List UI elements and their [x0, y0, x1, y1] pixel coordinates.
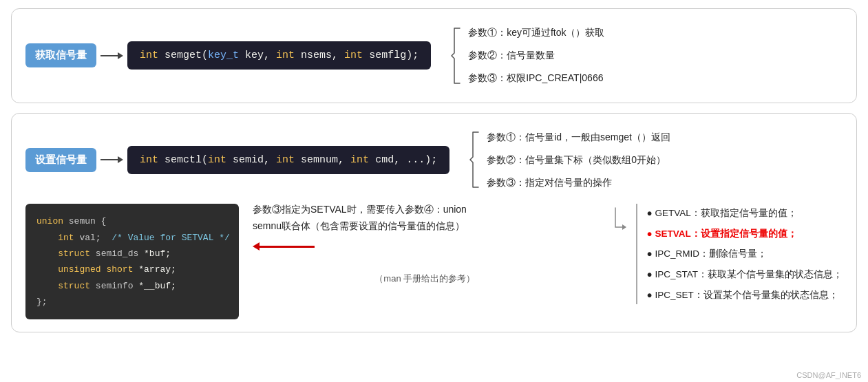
top-param-1: 参数①：key可通过ftok（）获取: [468, 21, 604, 44]
brace-connector-svg: [611, 206, 626, 248]
kw-int-1: int: [140, 50, 158, 61]
right-list-item-5: ● IPC_SET：设置某个信号量集的状态信息；: [647, 286, 843, 305]
bottom-section: 设置信号量 int semctl(int semid, int semnum, …: [11, 113, 857, 333]
arrow-connector-bottom: [100, 156, 123, 163]
bottom-code-block: int semctl(int semid, int semnum, int cm…: [127, 146, 449, 174]
red-arrow-head: [253, 242, 260, 251]
red-arrow-left: [253, 242, 597, 251]
middle-desc-line2: semnu联合体（包含需要设置的信号量值的信息）: [253, 220, 597, 233]
bottom-brace-svg: [469, 126, 481, 195]
right-list: ● GETVAL：获取指定信号量的值； ● SETVAL：设置指定信号量的值； …: [636, 204, 843, 304]
union-code-block: union semun { int val; /* Value for SETV…: [25, 204, 239, 319]
top-code-block: int semget(key_t key, int nsems, int sem…: [127, 41, 431, 70]
right-list-container: ● GETVAL：获取指定信号量的值； ● SETVAL：设置指定信号量的值； …: [611, 204, 843, 304]
right-list-item-3: ● IPC_RMID：删除信号量；: [647, 244, 843, 264]
arrow-connector-top: [100, 52, 123, 59]
man-note: （man 手册给出的参考）: [253, 273, 597, 285]
union-line-2: int val; /* Value for SETVAL */: [36, 230, 228, 246]
right-list-item-2: ● SETVAL：设置指定信号量的值；: [647, 224, 843, 244]
top-param-2: 参数②：信号量数量: [468, 44, 604, 67]
arrow-head: [118, 52, 123, 59]
union-line-3: struct semid_ds *buf;: [36, 246, 228, 262]
union-line-6: };: [36, 294, 228, 310]
get-semaphore-label: 获取信号量: [25, 43, 96, 67]
bottom-params-group: 参数①：信号量id，一般由semget（）返回 参数②：信号量集下标（类似数组0…: [469, 126, 670, 195]
arrow-line-2: [100, 159, 118, 160]
right-list-item-4: ● IPC_STAT：获取某个信号量集的状态信息；: [647, 265, 843, 284]
top-params-group: 参数①：key可通过ftok（）获取 参数②：信号量数量 参数③：权限IPC_C…: [450, 21, 604, 90]
bottom-param-3: 参数③：指定对信号量的操作: [487, 171, 670, 194]
union-line-1: union semun {: [36, 213, 228, 229]
top-param-lines: 参数①：key可通过ftok（）获取 参数②：信号量数量 参数③：权限IPC_C…: [468, 21, 604, 90]
top-param-3: 参数③：权限IPC_CREAT|0666: [468, 67, 604, 89]
top-brace-svg: [450, 21, 463, 90]
watermark: CSDN@AF_INET6: [796, 371, 861, 379]
arrow-line: [100, 55, 118, 56]
arrow-head-2: [118, 156, 123, 163]
union-line-4: unsigned short *array;: [36, 262, 228, 277]
top-section: 获取信号量 int semget(key_t key, int nsems, i…: [11, 8, 857, 103]
union-line-5: struct seminfo *__buf;: [36, 278, 228, 294]
bottom-param-lines: 参数①：信号量id，一般由semget（）返回 参数②：信号量集下标（类似数组0…: [487, 126, 670, 195]
middle-desc-line1: 参数③指定为SETVAL时，需要传入参数④：union: [253, 204, 597, 216]
bottom-param-1: 参数①：信号量id，一般由semget（）返回: [487, 126, 670, 149]
bottom-content-row: union semun { int val; /* Value for SETV…: [25, 204, 843, 319]
bottom-param-2: 参数②：信号量集下标（类似数组0开始）: [487, 149, 670, 171]
set-semaphore-label: 设置信号量: [25, 148, 96, 172]
svg-marker-0: [622, 224, 626, 230]
red-arrow-body: [260, 246, 315, 248]
right-list-item-1: ● GETVAL：获取指定信号量的值；: [647, 204, 843, 223]
right-brace-arrow-col: [611, 206, 626, 248]
middle-description: 参数③指定为SETVAL时，需要传入参数④：union semnu联合体（包含需…: [239, 204, 611, 285]
bottom-top-row: 设置信号量 int semctl(int semid, int semnum, …: [25, 126, 843, 195]
